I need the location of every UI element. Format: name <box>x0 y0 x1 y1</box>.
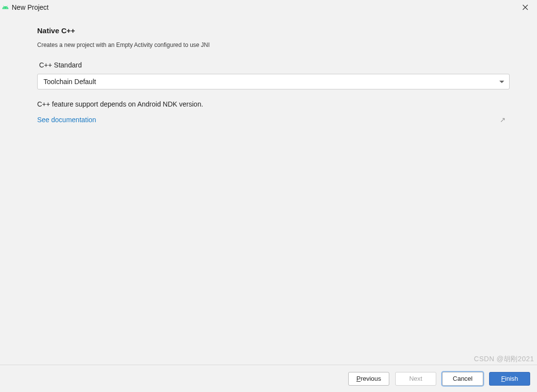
close-button[interactable] <box>518 0 532 14</box>
page-subheading: Creates a new project with an Empty Acti… <box>37 42 510 48</box>
next-label: Next <box>409 375 423 382</box>
footer-bar: Previous Next Cancel Finish <box>0 365 537 392</box>
previous-label-rest: revious <box>360 375 381 382</box>
android-icon <box>2 4 9 11</box>
see-documentation-link[interactable]: See documentation <box>37 116 96 124</box>
window-title: New Project <box>12 3 48 11</box>
watermark: CSDN @胡刚2021 <box>474 355 534 364</box>
cpp-standard-label: C++ Standard <box>39 61 510 69</box>
previous-button[interactable]: Previous <box>348 372 389 386</box>
chevron-down-icon <box>499 81 504 83</box>
cancel-label: Cancel <box>453 375 472 382</box>
doc-link-row: See documentation ↗ <box>37 116 510 124</box>
external-link-icon: ↗ <box>500 116 506 124</box>
titlebar: New Project <box>0 0 537 15</box>
titlebar-left: New Project <box>2 3 48 11</box>
finish-button[interactable]: Finish <box>489 372 530 386</box>
finish-label-rest: inish <box>505 375 518 382</box>
page-heading: Native C++ <box>37 26 510 35</box>
info-text: C++ feature support depends on Android N… <box>37 100 510 108</box>
cpp-standard-select[interactable]: Toolchain Default <box>37 74 510 89</box>
next-button: Next <box>395 372 436 386</box>
cancel-button[interactable]: Cancel <box>442 372 483 386</box>
content-area: Native C++ Creates a new project with an… <box>0 15 537 124</box>
cpp-standard-value: Toolchain Default <box>44 78 96 86</box>
